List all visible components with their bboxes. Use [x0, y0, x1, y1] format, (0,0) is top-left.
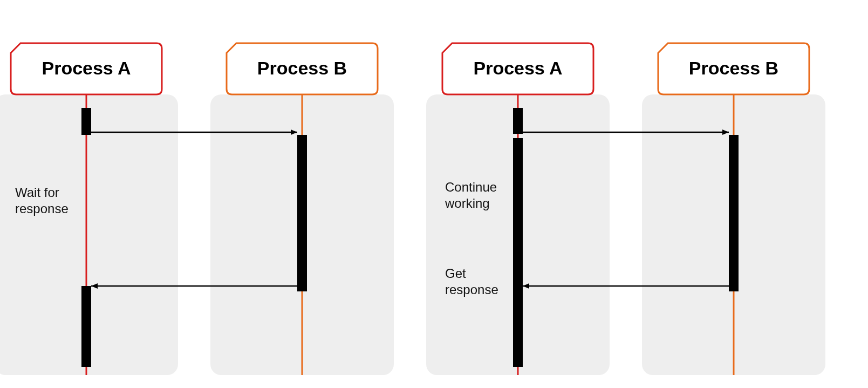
- right-diagram: Continue working Get response Process A …: [426, 43, 825, 375]
- process-a-label-left: Process A: [42, 58, 131, 78]
- process-a-box-left: Process A: [11, 43, 162, 94]
- sequence-diagram-svg: Wait for response Process A Process B: [0, 0, 868, 388]
- process-b-label-right: Process B: [689, 58, 778, 78]
- left-diagram: Wait for response Process A Process B: [0, 43, 394, 375]
- exec-a-right-top: [513, 108, 523, 134]
- process-b-box-left: Process B: [227, 43, 378, 94]
- exec-b-right: [729, 135, 739, 291]
- diagram-canvas: Wait for response Process A Process B: [0, 0, 868, 388]
- process-a-label-right: Process A: [473, 58, 562, 78]
- process-b-box-right: Process B: [658, 43, 809, 94]
- process-a-box-right: Process A: [442, 43, 593, 94]
- process-b-label-left: Process B: [257, 58, 347, 78]
- exec-a1-left: [81, 108, 91, 135]
- exec-a2-left: [81, 286, 91, 367]
- exec-b-left: [297, 135, 307, 291]
- exec-a-right-main: [513, 138, 523, 367]
